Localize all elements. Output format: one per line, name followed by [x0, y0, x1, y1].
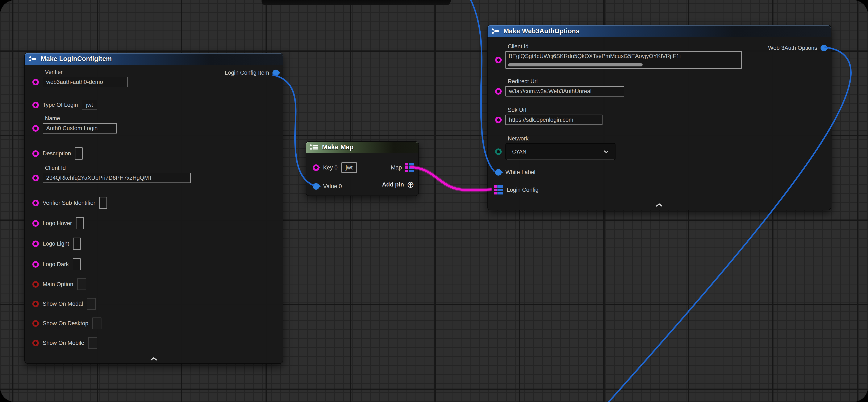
- output-pin-label: Login Config Item: [224, 69, 269, 76]
- pin-verifier[interactable]: [32, 79, 39, 85]
- screenshot-frame: Make LoginConfigItem Login Config Item V…: [0, 0, 868, 402]
- node-title: Make Web3AuthOptions: [503, 27, 580, 35]
- pin-white-label[interactable]: [495, 169, 502, 176]
- pin-label-type-of-login: Type Of Login: [43, 102, 78, 108]
- pin-login-config[interactable]: [494, 185, 503, 195]
- wire-map-to-loginconfig[interactable]: [410, 167, 492, 190]
- wire-map-glow: [410, 167, 492, 190]
- network-dropdown[interactable]: CYAN: [505, 143, 616, 160]
- pin-map-output[interactable]: [405, 163, 414, 172]
- node-make-map[interactable]: Make Map Key 0 jwt Map Value 0 Add pin ⊕: [306, 141, 419, 196]
- blueprint-canvas[interactable]: Make LoginConfigItem Login Config Item V…: [0, 0, 868, 402]
- pin-label-description: Description: [43, 150, 71, 157]
- pin-description[interactable]: [32, 150, 39, 157]
- client-id-scrollbar[interactable]: [508, 63, 643, 66]
- pin-label-client-id: Client Id: [508, 43, 742, 50]
- pin-key-0[interactable]: [313, 165, 319, 171]
- client-id-input[interactable]: 294QRkchfq2YaXUbPri7D6PH7xzHgQMT: [43, 173, 191, 183]
- node-header[interactable]: Make Web3AuthOptions: [488, 25, 831, 37]
- node-title: Make LoginConfigItem: [41, 55, 112, 63]
- pin-label-network: Network: [508, 135, 616, 142]
- pin-client-id[interactable]: [495, 57, 502, 63]
- collapse-chevron-icon[interactable]: [149, 356, 158, 361]
- pin-name[interactable]: [32, 125, 39, 132]
- pin-label-sdk-url: Sdk Url: [508, 107, 602, 113]
- node-make-web3authoptions[interactable]: Make Web3AuthOptions Web 3Auth Options C…: [487, 25, 831, 210]
- pin-label-logo-light: Logo Light: [43, 240, 69, 247]
- pin-label-key-0: Key 0: [323, 165, 338, 171]
- collapse-chevron-icon[interactable]: [655, 203, 664, 207]
- redirect-url-input[interactable]: w3a://com.w3a.Web3AuthUnreal: [505, 86, 624, 96]
- key-0-input[interactable]: jwt: [341, 162, 357, 173]
- pin-logo-light[interactable]: [32, 240, 39, 247]
- logo-light-input[interactable]: [73, 237, 81, 250]
- verifier-input[interactable]: web3auth-auth0-demo: [43, 77, 127, 87]
- pin-logo-dark[interactable]: [32, 261, 39, 268]
- add-pin-icon: ⊕: [407, 180, 414, 189]
- pin-network[interactable]: [495, 148, 502, 155]
- dropdown-chevron-icon: [603, 150, 609, 153]
- pin-label-name: Name: [45, 115, 117, 122]
- pin-label-map-output: Map: [391, 165, 402, 171]
- pin-label-login-config: Login Config: [507, 187, 538, 193]
- pin-label-show-on-modal: Show On Modal: [43, 301, 83, 307]
- description-input[interactable]: [75, 147, 83, 160]
- make-struct-icon: [29, 55, 37, 63]
- show-on-desktop-checkbox[interactable]: [92, 317, 101, 329]
- add-pin-button[interactable]: Add pin ⊕: [382, 180, 414, 189]
- pin-type-of-login[interactable]: [32, 102, 39, 108]
- pin-login-config-item-output[interactable]: [273, 69, 279, 76]
- node-header[interactable]: Make Map: [306, 142, 418, 153]
- node-make-loginconfigitem[interactable]: Make LoginConfigItem Login Config Item V…: [24, 53, 283, 364]
- type-of-login-input[interactable]: jwt: [82, 100, 97, 110]
- output-pin-label: Web 3Auth Options: [768, 45, 817, 51]
- pin-label-verifier-sub-identifier: Verifier Sub Identifier: [43, 200, 95, 206]
- main-option-checkbox[interactable]: [77, 278, 86, 290]
- name-input[interactable]: Auth0 Custom Login: [43, 123, 117, 134]
- pin-label-show-on-mobile: Show On Mobile: [43, 340, 84, 346]
- pin-show-on-desktop[interactable]: [32, 320, 39, 327]
- pin-label-show-on-desktop: Show On Desktop: [43, 320, 88, 327]
- pin-label-value-0: Value 0: [323, 183, 342, 190]
- node-header[interactable]: Make LoginConfigItem: [25, 53, 283, 65]
- pin-sdk-url[interactable]: [495, 117, 502, 123]
- client-id-input[interactable]: BEglQSgt4cUWcj6SKRdu5QkOXTsePmMcusG5EAoy…: [505, 51, 742, 69]
- make-struct-icon: [491, 27, 500, 35]
- pin-logo-hover[interactable]: [32, 220, 39, 227]
- pin-label-logo-dark: Logo Dark: [43, 261, 69, 268]
- verifier-sub-identifier-input[interactable]: [99, 197, 107, 209]
- pin-label-white-label: White Label: [505, 169, 535, 176]
- logo-dark-input[interactable]: [73, 258, 81, 270]
- show-on-mobile-checkbox[interactable]: [88, 337, 97, 349]
- pin-label-verifier: Verifier: [45, 69, 127, 76]
- show-on-modal-checkbox[interactable]: [87, 298, 96, 310]
- pin-label-main-option: Main Option: [43, 281, 73, 288]
- sdk-url-input[interactable]: https://sdk.openlogin.com: [505, 115, 602, 125]
- pin-value-0[interactable]: [313, 183, 319, 190]
- pin-web3auth-options-output[interactable]: [820, 45, 827, 51]
- pin-verifier-sub-identifier[interactable]: [32, 200, 39, 206]
- pin-label-redirect-url: Redirect Url: [508, 78, 624, 85]
- pin-main-option[interactable]: [32, 281, 39, 288]
- pin-client-id[interactable]: [32, 175, 39, 181]
- pin-label-logo-hover: Logo Hover: [43, 220, 72, 227]
- logo-hover-input[interactable]: [76, 217, 84, 229]
- pin-redirect-url[interactable]: [495, 88, 502, 95]
- make-map-icon: [310, 143, 319, 151]
- pin-show-on-modal[interactable]: [32, 301, 39, 307]
- offscreen-node-edge[interactable]: [261, 0, 451, 5]
- pin-show-on-mobile[interactable]: [32, 340, 39, 346]
- pin-label-client-id: Client Id: [45, 165, 191, 171]
- node-title: Make Map: [322, 143, 354, 151]
